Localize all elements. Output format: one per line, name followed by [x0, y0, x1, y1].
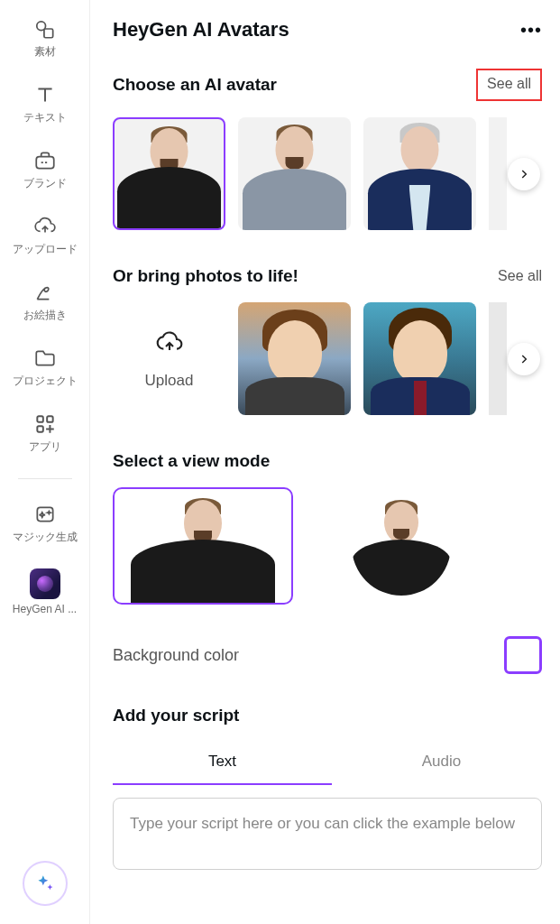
sidebar-item-brand[interactable]: ブランド: [0, 145, 89, 195]
shapes-icon: [33, 17, 57, 41]
brand-icon: [33, 149, 57, 172]
see-all-button[interactable]: See all: [498, 268, 542, 284]
section-title: Or bring photos to life!: [113, 266, 298, 286]
svg-rect-3: [37, 416, 43, 422]
sidebar-label: アップロード: [13, 242, 78, 257]
sidebar-item-heygen[interactable]: HeyGen AI ...: [0, 565, 89, 619]
choose-avatar-header: Choose an AI avatar See all: [113, 69, 551, 101]
sidebar-label: ブランド: [23, 176, 67, 191]
script-textarea[interactable]: Type your script here or you can click t…: [113, 798, 542, 870]
script-tabs: Text Audio: [113, 742, 551, 785]
avatar-card[interactable]: [113, 117, 225, 230]
upload-label: Upload: [145, 372, 194, 390]
section-title: Choose an AI avatar: [113, 75, 277, 95]
heygen-app-icon: [30, 568, 60, 599]
main-panel: HeyGen AI Avatars ••• Choose an AI avata…: [90, 0, 560, 924]
photo-card[interactable]: [363, 302, 476, 415]
sidebar-item-projects[interactable]: プロジェクト: [0, 343, 89, 393]
tab-audio[interactable]: Audio: [332, 742, 551, 785]
sidebar: 素材 テキスト ブランド アップロード お絵描き プロジェクト アプリ: [0, 0, 90, 924]
upload-cloud-icon: [155, 328, 184, 361]
apps-icon: [33, 412, 57, 436]
svg-rect-5: [37, 426, 43, 432]
text-icon: [33, 83, 57, 106]
viewmode-title: Select a view mode: [113, 451, 551, 471]
avatar-card[interactable]: [238, 117, 351, 230]
divider: [18, 478, 72, 479]
draw-icon: [33, 281, 57, 304]
background-color-row: Background color: [113, 636, 551, 674]
sidebar-label: プロジェクト: [13, 374, 78, 389]
background-color-swatch[interactable]: [504, 636, 542, 674]
sidebar-label: HeyGen AI ...: [13, 603, 77, 615]
viewmode-list: [113, 487, 551, 605]
background-color-label: Background color: [113, 646, 239, 665]
magic-fab-button[interactable]: [23, 861, 68, 906]
chevron-right-icon: [518, 353, 530, 365]
app-title: HeyGen AI Avatars: [113, 18, 289, 42]
photo-list: Upload: [113, 302, 551, 415]
svg-rect-1: [43, 29, 52, 38]
photo-card[interactable]: [238, 302, 351, 415]
avatar-list: [113, 117, 551, 230]
tab-text[interactable]: Text: [113, 742, 332, 785]
svg-rect-4: [47, 416, 52, 422]
script-title: Add your script: [113, 706, 551, 725]
scroll-right-button[interactable]: [508, 343, 540, 375]
sidebar-label: マジック生成: [13, 530, 78, 545]
sidebar-item-apps[interactable]: アプリ: [0, 409, 89, 458]
folder-icon: [33, 346, 57, 370]
avatar-card[interactable]: [489, 117, 507, 230]
viewmode-circle[interactable]: [311, 487, 491, 605]
chevron-right-icon: [518, 168, 530, 180]
sidebar-label: 素材: [34, 44, 56, 60]
sidebar-label: アプリ: [29, 439, 61, 455]
sidebar-item-text[interactable]: テキスト: [0, 79, 89, 129]
magic-icon: [33, 503, 57, 526]
viewmode-rectangle[interactable]: [113, 487, 293, 605]
header: HeyGen AI Avatars •••: [113, 18, 551, 42]
see-all-button[interactable]: See all: [476, 69, 542, 101]
scroll-right-button[interactable]: [508, 158, 540, 190]
sidebar-item-upload[interactable]: アップロード: [0, 211, 89, 261]
more-menu-button[interactable]: •••: [520, 20, 542, 41]
sidebar-label: お絵描き: [23, 308, 67, 323]
sidebar-item-magic[interactable]: マジック生成: [0, 499, 89, 549]
photos-header: Or bring photos to life! See all: [113, 266, 551, 286]
upload-cloud-icon: [33, 215, 57, 238]
photo-card[interactable]: [489, 302, 507, 415]
avatar-card[interactable]: [363, 117, 476, 230]
upload-button[interactable]: Upload: [113, 302, 225, 415]
sidebar-label: テキスト: [23, 110, 67, 125]
sidebar-item-draw[interactable]: お絵描き: [0, 277, 89, 327]
sidebar-item-elements[interactable]: 素材: [0, 14, 89, 63]
